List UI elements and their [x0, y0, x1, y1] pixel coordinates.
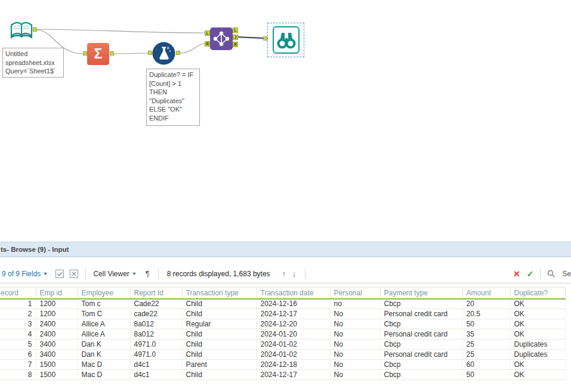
table-cell[interactable]: 4971.0	[130, 339, 182, 350]
table-cell[interactable]: Cbcp	[380, 339, 462, 350]
table-cell[interactable]: 2024-01-02	[257, 350, 330, 360]
browse-selection-box[interactable]	[267, 23, 304, 57]
table-cell[interactable]: 25	[462, 339, 510, 350]
table-cell[interactable]: 4	[0, 329, 36, 339]
deselect-all-button[interactable]	[70, 270, 78, 278]
table-cell[interactable]: 60	[462, 360, 510, 370]
table-cell[interactable]: 1200	[36, 309, 78, 319]
summarize-input-anchor[interactable]	[83, 51, 87, 55]
table-cell[interactable]: Mac D	[78, 360, 130, 370]
formula-annotation[interactable]: Duplicate? = IF [Count] > 1 THEN "Duplic…	[146, 69, 200, 126]
table-cell[interactable]: 2024-01-02	[257, 339, 330, 350]
table-cell[interactable]: 2400	[36, 329, 78, 339]
fields-dropdown[interactable]: 9 of 9 Fields	[2, 270, 47, 278]
table-cell[interactable]: Cade22	[130, 299, 182, 309]
column-header-emp-id[interactable]: Emp id	[36, 288, 78, 299]
join-input-anchor-left[interactable]: L	[205, 30, 210, 36]
join-input-anchor-right[interactable]: R	[205, 41, 210, 47]
table-cell[interactable]: 2024-01-20	[257, 329, 330, 339]
table-cell[interactable]: 20.5	[462, 309, 510, 319]
input-output-anchor[interactable]	[33, 27, 37, 32]
join-output-anchor-l[interactable]: L	[233, 27, 238, 33]
table-row[interactable]: 63400Dan K4971.0Child2024-01-02NoPersona…	[0, 350, 565, 360]
column-header-transaction-type[interactable]: Transaction type	[182, 288, 257, 299]
table-cell[interactable]: Child	[182, 299, 257, 309]
table-cell[interactable]: 1200	[36, 299, 78, 309]
column-header-payment-type[interactable]: Payment type	[380, 288, 462, 299]
table-cell[interactable]: Cbcp	[380, 299, 462, 309]
table-cell[interactable]: 35	[462, 329, 510, 339]
scroll-down-button[interactable]: ↓	[292, 269, 297, 279]
table-cell[interactable]: 20	[462, 299, 510, 309]
table-cell[interactable]: No	[330, 370, 380, 380]
table-cell[interactable]: 2024-12-17	[257, 370, 330, 380]
table-cell[interactable]: No	[330, 360, 380, 370]
table-cell[interactable]: 2024-12-17	[257, 309, 330, 319]
column-header-amount[interactable]: Amount	[462, 288, 510, 299]
table-row[interactable]: 42400Allice A8a012Child2024-01-20NoPerso…	[0, 329, 565, 339]
table-cell[interactable]: Cbcp	[380, 319, 462, 329]
table-row[interactable]: 32400Allice A8a012Regular2024-12-20NoCbc…	[0, 319, 565, 329]
table-cell[interactable]: Dan K	[78, 350, 130, 360]
table-cell[interactable]: 1500	[36, 360, 78, 370]
cell-viewer-dropdown[interactable]: Cell Viewer	[93, 270, 135, 278]
browse-input-anchor[interactable]	[263, 36, 267, 41]
table-cell[interactable]: OK	[510, 370, 565, 380]
join-output-anchor-j[interactable]: J	[233, 35, 238, 40]
table-cell[interactable]: 25	[462, 350, 510, 360]
table-cell[interactable]: 2400	[36, 319, 78, 329]
results-table-container[interactable]: ecord Emp id Employee Report Id Transact…	[0, 287, 571, 380]
column-header-duplicate[interactable]: Duplicate?	[510, 288, 565, 299]
table-cell[interactable]: 2024-12-18	[257, 360, 330, 370]
input-data-tool[interactable]	[10, 20, 33, 42]
table-cell[interactable]: Allice A	[78, 319, 130, 329]
table-row[interactable]: 81500Mac Dd4c1Child2024-12-17NoCbcp50OK	[0, 370, 565, 380]
summarize-output-anchor[interactable]	[110, 51, 114, 55]
table-cell[interactable]: Cbcp	[380, 360, 462, 370]
table-cell[interactable]: 50	[462, 319, 510, 329]
table-cell[interactable]: Personal credit card	[380, 309, 462, 319]
table-cell[interactable]: Tom C	[78, 309, 130, 319]
join-output-anchor-r[interactable]: R	[233, 42, 238, 47]
table-cell[interactable]: 2024-12-20	[257, 319, 330, 329]
input-annotation[interactable]: Untitled spreadsheet.xlsx Query=`Sheet1$…	[2, 48, 64, 78]
table-cell[interactable]: No	[330, 319, 380, 329]
cancel-button[interactable]: ✕	[513, 269, 520, 279]
table-cell[interactable]: OK	[510, 309, 565, 319]
table-cell[interactable]: Child	[182, 309, 257, 319]
table-cell[interactable]: Personal credit card	[380, 350, 462, 360]
table-cell[interactable]: Parent	[182, 360, 257, 370]
apply-button[interactable]: ✓	[527, 269, 534, 279]
table-cell[interactable]: Dan K	[78, 339, 130, 350]
table-cell[interactable]: No	[330, 329, 380, 339]
table-cell[interactable]: Mac D	[78, 370, 130, 380]
select-all-button[interactable]	[55, 270, 64, 278]
join-tool[interactable]	[210, 27, 233, 50]
table-cell[interactable]: Child	[182, 339, 257, 350]
table-cell[interactable]: Child	[182, 370, 257, 380]
table-cell[interactable]: Duplicates	[510, 339, 565, 350]
table-cell[interactable]: 8	[0, 370, 36, 380]
table-cell[interactable]: No	[330, 350, 380, 360]
table-cell[interactable]: 3400	[36, 350, 78, 360]
column-header-personal[interactable]: Personal	[330, 288, 380, 299]
table-cell[interactable]: Child	[182, 329, 257, 339]
table-cell[interactable]: d4c1	[130, 360, 182, 370]
column-header-employee[interactable]: Employee	[78, 288, 130, 299]
table-cell[interactable]: 8a012	[130, 329, 182, 339]
table-row[interactable]: 11200Tom cCade22Child2024-12-16noCbcp20O…	[0, 299, 565, 309]
table-cell[interactable]: 1	[0, 299, 36, 309]
table-cell[interactable]: Tom c	[78, 299, 130, 309]
formula-output-anchor[interactable]	[176, 51, 180, 55]
table-cell[interactable]: No	[330, 309, 380, 319]
table-cell[interactable]: OK	[510, 360, 565, 370]
table-cell[interactable]: 6	[0, 350, 36, 360]
formula-tool[interactable]	[152, 42, 175, 65]
workflow-canvas[interactable]: Untitled spreadsheet.xlsx Query=`Sheet1$…	[0, 0, 571, 242]
table-cell[interactable]: OK	[510, 299, 565, 309]
table-row[interactable]: 71500Mac Dd4c1Parent2024-12-18NoCbcp60OK	[0, 360, 565, 370]
table-cell[interactable]: 3	[0, 319, 36, 329]
search-label[interactable]: Se	[562, 270, 571, 278]
table-cell[interactable]: Personal credit card	[380, 329, 462, 339]
column-header-report-id[interactable]: Report Id	[130, 288, 182, 299]
